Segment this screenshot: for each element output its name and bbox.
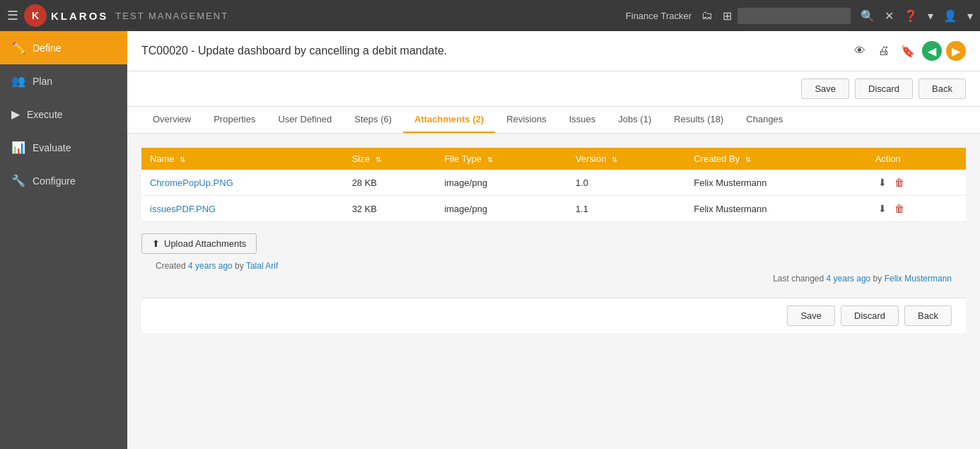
project-folder-icon[interactable]: 🗂 [701,9,713,22]
page-title: TC00020 - Update dashboard by cancelling… [141,45,447,57]
table-row: ChromePopUp.PNG 28 KB image/png 1.0 Feli… [141,170,966,196]
logo-icon: K [24,4,47,27]
tab-steps[interactable]: Steps (6) [343,107,403,133]
table-row: issuesPDF.PNG 32 KB image/png 1.1 Felix … [141,196,966,222]
tab-jobs[interactable]: Jobs (1) [607,107,663,133]
created-by-label: by [235,261,244,271]
define-icon: ✏️ [11,41,25,54]
configure-icon: 🔧 [11,174,25,187]
back-button-bottom[interactable]: Back [904,305,952,326]
search-input[interactable] [737,8,851,24]
last-changed-user-link[interactable]: Felix Mustermann [885,274,952,284]
cell-action-0: ⬇ 🗑 [867,170,966,196]
upload-attachments-button[interactable]: ⬆ Upload Attachments [141,233,257,254]
tab-attachments[interactable]: Attachments (2) [403,107,495,133]
cell-version-0: 1.0 [567,170,685,196]
col-header-version[interactable]: Version ⇅ [567,148,685,170]
tab-bar: Overview Properties User Defined Steps (… [127,107,980,134]
help-chevron-icon[interactable]: ▾ [928,9,933,23]
cell-createdby-0: Felix Mustermann [685,170,866,196]
save-button-top[interactable]: Save [801,78,849,99]
discard-button-bottom[interactable]: Discard [841,305,899,326]
sidebar-item-evaluate[interactable]: 📊 Evaluate [0,131,127,164]
col-header-name[interactable]: Name ⇅ [141,148,344,170]
next-nav-button[interactable]: ▶ [946,41,966,61]
search-icon[interactable]: 🔍 [861,9,875,23]
user-chevron-icon[interactable]: ▾ [967,9,973,23]
cell-name-1: issuesPDF.PNG [141,196,344,222]
sidebar-item-execute[interactable]: ▶ Execute [0,98,127,131]
header-actions: 👁 🖨 🔖 ◀ ▶ [850,41,966,61]
tab-properties[interactable]: Properties [202,107,267,133]
sidebar-item-define[interactable]: ✏️ Define [0,31,127,64]
cell-filetype-0: image/png [436,170,567,196]
project-name: Finance Tracker [626,11,692,21]
sidebar-label-define: Define [33,42,61,54]
help-icon[interactable]: ❓ [904,9,918,23]
sort-name-icon: ⇅ [180,156,185,163]
sidebar-item-configure[interactable]: 🔧 Configure [0,164,127,197]
tab-changes[interactable]: Changes [735,107,794,133]
download-btn-1[interactable]: ⬇ [875,202,889,216]
sidebar-label-plan: Plan [33,76,52,87]
sort-filetype-icon: ⇅ [487,156,493,163]
page-header: TC00020 - Update dashboard by cancelling… [127,31,980,71]
tab-user-defined[interactable]: User Defined [267,107,343,133]
logo: K KLAROS TEST MANAGEMENT [24,4,228,27]
tab-results[interactable]: Results (18) [663,107,735,133]
created-meta: Created 4 years ago by Talal Arif [141,254,966,271]
back-button-top[interactable]: Back [918,78,966,99]
created-ago-link[interactable]: 4 years ago [188,261,233,271]
download-btn-0[interactable]: ⬇ [875,175,889,189]
plan-icon: 👥 [11,74,25,88]
last-changed-ago-link[interactable]: 4 years ago [827,274,871,284]
user-icon[interactable]: 👤 [943,9,957,23]
sidebar-item-plan[interactable]: 👥 Plan [0,64,127,98]
evaluate-icon: 📊 [11,141,25,154]
bookmark-icon-button[interactable]: 🔖 [898,41,918,61]
main-content: TC00020 - Update dashboard by cancelling… [127,31,980,449]
top-toolbar: Save Discard Back [127,71,980,107]
cell-createdby-1: Felix Mustermann [685,196,866,222]
col-header-created-by[interactable]: Created By ⇅ [685,148,866,170]
attachments-table: Name ⇅ Size ⇅ File Type ⇅ Version [141,148,966,222]
save-button-bottom[interactable]: Save [787,305,835,326]
sort-createdby-icon: ⇅ [745,156,751,163]
sidebar-label-configure: Configure [33,175,76,187]
clear-search-icon[interactable]: ✕ [885,9,894,23]
last-changed-by-label: by [873,274,882,284]
col-header-size[interactable]: Size ⇅ [344,148,436,170]
created-user-link[interactable]: Talal Arif [246,261,278,271]
view-icon-button[interactable]: 👁 [850,41,870,61]
sidebar-label-evaluate: Evaluate [33,142,71,153]
print-icon-button[interactable]: 🖨 [874,41,894,61]
tab-issues[interactable]: Issues [558,107,607,133]
attachment-link-1[interactable]: issuesPDF.PNG [150,204,216,214]
last-changed-meta: Last changed 4 years ago by Felix Muster… [141,271,966,284]
delete-btn-0[interactable]: 🗑 [892,175,907,189]
last-changed-label: Last changed [773,274,824,284]
attachment-link-0[interactable]: ChromePopUp.PNG [150,177,233,188]
cell-version-1: 1.1 [567,196,685,222]
cell-size-1: 32 KB [344,196,436,222]
logo-text: KLAROS [51,10,108,22]
tab-revisions[interactable]: Revisions [495,107,557,133]
col-header-file-type[interactable]: File Type ⇅ [436,148,567,170]
list-icon[interactable]: ⊞ [723,9,732,23]
sidebar-label-execute: Execute [27,109,63,120]
discard-button-top[interactable]: Discard [855,78,913,99]
sort-size-icon: ⇅ [375,156,381,163]
cell-size-0: 28 KB [344,170,436,196]
created-label: Created [156,261,186,271]
cell-filetype-1: image/png [436,196,567,222]
delete-btn-1[interactable]: 🗑 [892,202,907,216]
cell-action-1: ⬇ 🗑 [867,196,966,222]
hamburger-menu[interactable]: ☰ [7,8,18,23]
bottom-toolbar: Save Discard Back [141,298,966,333]
cell-name-0: ChromePopUp.PNG [141,170,344,196]
content-area: Name ⇅ Size ⇅ File Type ⇅ Version [127,134,980,449]
tab-overview[interactable]: Overview [141,107,202,133]
col-header-action: Action [867,148,966,170]
sort-version-icon: ⇅ [612,156,617,163]
prev-nav-button[interactable]: ◀ [922,41,942,61]
